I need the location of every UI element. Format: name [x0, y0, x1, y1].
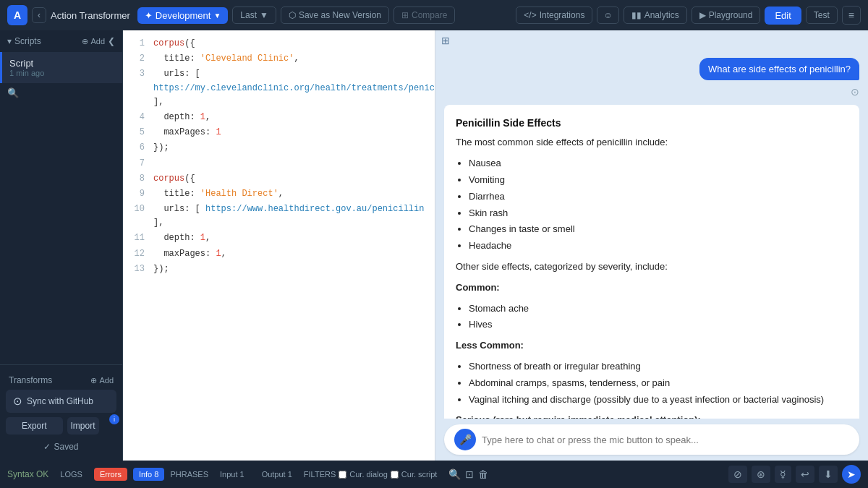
code-line-2: 2 title: 'Cleveland Clinic', — [123, 51, 435, 67]
plus-icon: ⊕ — [90, 376, 97, 385]
import-button[interactable]: Import — [67, 417, 99, 435]
code-line-3: 3 urls: [ https://my.clevelandclinic.org… — [123, 67, 435, 110]
test-button[interactable]: Test — [806, 7, 838, 24]
cur-script-checkbox[interactable] — [391, 471, 399, 479]
sync-github-button[interactable]: ⊙ Sync with GitHub — [6, 390, 116, 413]
syntax-status: Syntax OK — [7, 469, 48, 479]
save-button[interactable]: ⬡ Save as New Version — [281, 7, 389, 24]
input-tab[interactable]: Input 1 — [214, 468, 250, 481]
response-title: Penicillin Side Effects — [456, 115, 848, 131]
list-item: Vomiting — [469, 173, 848, 188]
save-icon: ⬡ — [289, 10, 296, 20]
edit-button[interactable]: Edit — [765, 7, 801, 25]
code-editor[interactable]: 1 corpus({ 2 title: 'Cleveland Clinic', … — [123, 30, 435, 461]
compare-icon: ⊞ — [401, 10, 409, 20]
delete-icon-btn[interactable]: 🗑 — [478, 468, 488, 480]
dev-icon: ✦ — [145, 10, 153, 21]
action-btn-1[interactable]: ⊘ — [728, 466, 747, 483]
page-title: Action Transformer — [51, 10, 130, 21]
bottom-right-panel: ⊘ ⊛ ☿ ↩ ⬇ ➤ — [721, 465, 868, 484]
cur-dialog-checkbox[interactable] — [339, 471, 346, 479]
topnav-right: </> Integrations ☺ ▮▮ Analytics ▶ Playgr… — [516, 6, 861, 25]
collapse-button[interactable]: ❮ — [108, 36, 115, 46]
list-item: Shortness of breath or irregular breathi… — [469, 359, 848, 374]
common-symptoms-list: Nausea Vomiting Diarrhea Skin rash Chang… — [456, 156, 848, 254]
search-icon[interactable]: 🔍 — [7, 87, 19, 98]
logs-tab[interactable]: LOGS — [54, 468, 88, 481]
chevron-down-icon: ▾ — [7, 36, 12, 46]
action-btn-3[interactable]: ☿ — [775, 466, 791, 483]
bottom-left: Syntax OK LOGS Errors Info 8 PHRASES Inp… — [0, 461, 501, 488]
plus-icon: ⊕ — [82, 37, 88, 46]
script-name: Script — [9, 58, 115, 69]
code-line-9: 9 title: 'Health Direct', — [123, 187, 435, 202]
last-button[interactable]: Last ▼ — [232, 7, 276, 24]
code-line-12: 12 maxPages: 1, — [123, 247, 435, 262]
copy-icon-btn[interactable]: ⊡ — [465, 468, 474, 480]
copy-button[interactable]: ⊙ — [851, 86, 859, 98]
github-icon: ⊙ — [13, 395, 22, 408]
back-button[interactable]: ‹ — [32, 7, 46, 23]
list-item: Vaginal itching and discharge (possibly … — [469, 393, 848, 408]
chart-icon: ▮▮ — [631, 10, 642, 20]
main-area: ▾ Scripts ⊕ Add ❮ Script 1 min ago 🔍 Tra… — [0, 30, 868, 461]
code-line-5: 5 maxPages: 1 — [123, 125, 435, 140]
send-button[interactable]: ➤ — [842, 465, 861, 484]
action-btn-5[interactable]: ⬇ — [819, 466, 838, 483]
chat-response: Penicillin Side Effects The most common … — [444, 105, 859, 419]
transforms-header: Transforms ⊕ Add — [6, 371, 116, 390]
errors-tab[interactable]: Errors — [94, 468, 127, 481]
mic-button[interactable]: 🎤 — [454, 429, 476, 450]
action-btn-2[interactable]: ⊛ — [752, 466, 770, 483]
code-line-6: 6 }); — [123, 140, 435, 155]
output-tab[interactable]: Output 1 — [256, 468, 298, 481]
sidebar-bottom: Transforms ⊕ Add ⊙ Sync with GitHub Expo… — [0, 364, 122, 461]
script-time: 1 min ago — [9, 69, 115, 77]
integrations-button[interactable]: </> Integrations — [516, 7, 592, 24]
scripts-label: ▾ Scripts — [7, 36, 41, 46]
play-icon: ▶ — [699, 10, 706, 20]
app-logo: A — [7, 5, 27, 25]
import-wrapper: Import i — [67, 417, 117, 435]
other-intro: Other side effects, categorized by sever… — [456, 260, 848, 275]
script-item[interactable]: Script 1 min ago — [0, 52, 122, 83]
action-btn-4[interactable]: ↩ — [796, 466, 814, 483]
dev-button[interactable]: ✦ Development ▼ — [137, 7, 229, 24]
chat-input[interactable] — [482, 435, 849, 445]
code-line-10: 10 urls: [ https://www.healthdirect.gov.… — [123, 202, 435, 231]
compare-button[interactable]: ⊞ Compare — [393, 7, 455, 24]
add-transform-button[interactable]: ⊕ Add — [90, 376, 114, 385]
icon-button-1[interactable]: ☺ — [597, 7, 618, 24]
filters-label: FILTERS Cur. dialog Cur. script — [304, 470, 438, 479]
export-button[interactable]: Export — [6, 417, 63, 435]
menu-button[interactable]: ≡ — [842, 6, 861, 25]
scripts-actions: ⊕ Add ❮ — [82, 36, 115, 46]
analytics-button[interactable]: ▮▮ Analytics — [624, 7, 687, 24]
list-item: Hives — [469, 317, 848, 333]
less-common-label: Less Common: — [456, 338, 848, 354]
import-badge: i — [109, 414, 119, 424]
serious-label: Serious (rare but require immediate medi… — [456, 413, 848, 419]
chevron-down-icon: ▼ — [260, 10, 268, 20]
playground-button[interactable]: ▶ Playground — [692, 7, 761, 24]
user-message-container: What are side effects of penicillin? ⊙ — [444, 58, 859, 98]
info-tab[interactable]: Info 8 — [133, 468, 165, 481]
phrases-label: PHRASES — [170, 470, 208, 479]
response-intro: The most common side effects of penicill… — [456, 135, 848, 150]
list-item: Nausea — [469, 156, 848, 171]
list-item: Stomach ache — [469, 301, 848, 317]
code-line-4: 4 depth: 1, — [123, 110, 435, 125]
code-line-1: 1 corpus({ — [123, 36, 435, 51]
panel-toggle-button[interactable]: ⊞ — [441, 35, 450, 46]
add-script-button[interactable]: ⊕ Add — [82, 37, 105, 46]
sidebar-search-row: 🔍 — [0, 83, 122, 103]
user-message: What are side effects of penicillin? — [699, 58, 859, 80]
chevron-down-icon: ▼ — [213, 12, 221, 20]
chat-area: What are side effects of penicillin? ⊙ P… — [435, 51, 868, 419]
search-icon-btn[interactable]: 🔍 — [448, 468, 461, 480]
transforms-label: Transforms — [9, 375, 52, 385]
saved-indicator: ✓ Saved — [6, 439, 116, 455]
code-line-11: 11 depth: 1, — [123, 231, 435, 246]
panel-header: ⊞ — [435, 30, 868, 51]
common-list: Stomach ache Hives — [456, 301, 848, 333]
